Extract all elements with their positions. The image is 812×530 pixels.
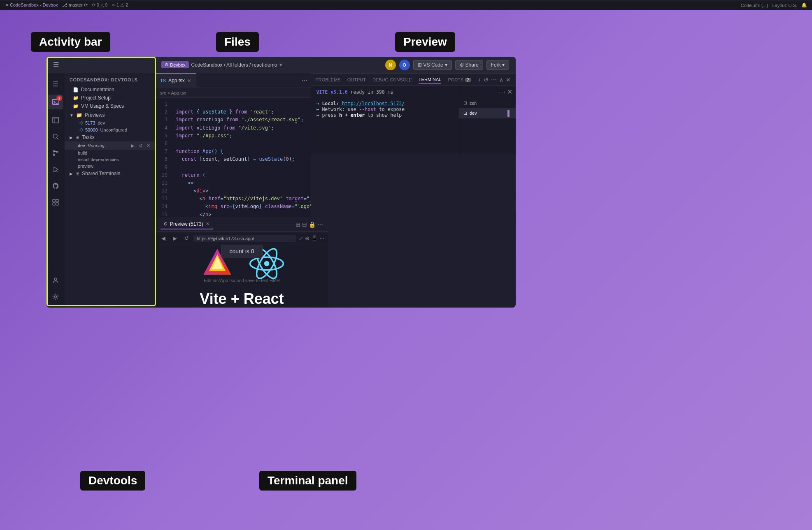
activity-bar: ☰ 2 xyxy=(47,73,65,308)
editor-more-icon[interactable]: ⋯ xyxy=(302,77,311,84)
preview-toolbar-right: ⤢ ⊕ 📱 ⋯ xyxy=(299,235,325,241)
preview-more2-icon[interactable]: ⋯ xyxy=(319,235,325,241)
terminal-tab-ports[interactable]: PORTS 2 xyxy=(448,76,471,84)
sidebar-task-build[interactable]: build xyxy=(65,150,155,156)
close-tab-icon[interactable]: ✕ xyxy=(187,78,191,83)
sidebar-tasks-group[interactable]: ▶ ⊞ Tasks xyxy=(65,133,155,141)
sidebar-item-vm-usage[interactable]: 📁 VM Usage & Specs xyxy=(65,102,155,110)
sidebar-item-documentation[interactable]: 📄 Documentation xyxy=(65,86,155,94)
activity-devtools-icon[interactable]: 2 xyxy=(48,95,63,109)
statusbar-codesandbox[interactable]: ✕ CodeSandbox - Devbox xyxy=(5,2,58,8)
terminal-restart-icon[interactable]: ↺ xyxy=(484,76,489,83)
terminal-tab-terminal[interactable]: TERMINAL xyxy=(419,75,442,84)
svg-point-8 xyxy=(53,154,55,156)
terminal-body: VITE v5.1.6 ready in 390 ms → Local: htt… xyxy=(311,86,516,154)
preview-close-icon[interactable]: ✕ xyxy=(206,221,209,227)
preview-mobile-icon[interactable]: 📱 xyxy=(311,235,318,241)
activity-run-icon[interactable] xyxy=(48,162,63,177)
terminal-side-zsh[interactable]: ⊡ zsh xyxy=(459,98,516,108)
preview-url-bar[interactable]: https://9jyhwk-5173.csb.app/ xyxy=(193,235,296,242)
terminal-close-icon[interactable]: ✕ xyxy=(506,76,511,83)
task-dev-status: Running... xyxy=(88,143,108,148)
preview-toolbar: ◀ ▶ ↺ https://9jyhwk-5173.csb.app/ ⤢ ⊕ 📱… xyxy=(156,232,328,245)
terminal-side-more-icon[interactable]: ⋯ xyxy=(499,88,505,96)
sidebar-preview-5173[interactable]: ◇ 5173 dev xyxy=(65,119,155,126)
code-editor[interactable]: 12345 678910 1112131415 16171819 import … xyxy=(155,98,311,217)
titlebar-right: N O ⊞ VS Code ▾ ⊕ Share Fork ▾ xyxy=(385,60,509,70)
task-run-icon[interactable]: ▶ xyxy=(129,142,136,149)
statusbar-layout: Layout: U.S. xyxy=(772,3,797,8)
sidebar-header-label: CODESANDBOX: DEVTOOLS xyxy=(70,77,137,82)
devbox-icon: ⊙ xyxy=(165,62,168,67)
activity-extensions-icon[interactable] xyxy=(48,195,63,210)
activity-github-icon[interactable] xyxy=(48,178,63,193)
git-branch-icon: ⎇ xyxy=(62,2,67,7)
terminal-tab-output[interactable]: OUTPUT xyxy=(347,76,366,84)
main-content: TS App.tsx ✕ ⋯ src > App.tsx 12345 xyxy=(155,73,516,308)
sidebar-item-project-setup[interactable]: 📁 Project Setup xyxy=(65,94,155,102)
ide-body: ☰ 2 xyxy=(47,73,516,308)
preview-refresh-icon[interactable]: ↺ xyxy=(182,234,191,243)
activity-git-icon[interactable] xyxy=(48,146,63,160)
chevron-right-icon: ▶ xyxy=(70,135,73,140)
activity-search-icon[interactable] xyxy=(48,129,63,144)
ports-count: 2 xyxy=(465,78,471,82)
terminal-tab-debug[interactable]: DEBUG CONSOLE xyxy=(372,76,412,84)
sidebar-previews-group[interactable]: ▼ 📁 Previews xyxy=(65,111,155,119)
preview-split-icon[interactable]: ⊞ xyxy=(295,221,300,228)
preview-title: Vite + React xyxy=(200,290,284,308)
sidebar-task-preview[interactable]: preview xyxy=(65,163,155,169)
terminal-tab-problems[interactable]: PROBLEMS xyxy=(316,76,341,84)
activity-files-icon[interactable] xyxy=(48,113,63,127)
avatar-o: O xyxy=(399,60,410,70)
share-icon: ⊕ xyxy=(460,62,464,68)
share-button[interactable]: ⊕ Share xyxy=(455,60,483,70)
terminal-side-dev[interactable]: ⊡ dev ▌ xyxy=(459,108,516,118)
preview-external-icon[interactable]: ⤢ xyxy=(299,235,303,241)
preview-content: Vite + React count is 0 Edit src/App.tsx… xyxy=(156,245,328,308)
sidebar-shared-terminals-group[interactable]: ▶ ⊞ Shared Terminals xyxy=(65,169,155,178)
terminal-more-icon[interactable]: ⋯ xyxy=(491,76,497,83)
preview-lock-icon[interactable]: 🔒 xyxy=(309,221,316,228)
ide-window: ☰ ⊙ Devbox CodeSandbox / All folders / r… xyxy=(47,57,516,308)
editor-terminal-split: TS App.tsx ✕ ⋯ src > App.tsx 12345 xyxy=(155,73,311,217)
terminal-add-icon[interactable]: + xyxy=(478,76,481,83)
statusbar-branch: ⎇ master ⟳ xyxy=(62,2,88,8)
preview-share-icon[interactable]: ⊕ xyxy=(305,235,309,241)
editor-tab-app-tsx[interactable]: TS App.tsx ✕ xyxy=(155,73,196,88)
preview-layout-icon[interactable]: ⊟ xyxy=(302,221,307,228)
terminal-minimize-icon[interactable]: ∧ xyxy=(499,76,503,83)
preview-icon: ⊙ xyxy=(164,221,168,227)
terminal-controls: + ↺ ⋯ ∧ ✕ xyxy=(478,76,511,83)
vscode-button[interactable]: ⊞ VS Code ▾ xyxy=(413,60,452,70)
chevron-down-icon: ▼ xyxy=(70,113,74,118)
preview-tab[interactable]: ⊙ Preview (5173) ✕ xyxy=(161,220,213,229)
localhost-link[interactable]: http://localhost:5173/ xyxy=(342,101,405,106)
activity-menu-icon[interactable]: ☰ xyxy=(48,76,63,91)
sidebar-task-install[interactable]: install dependencies xyxy=(65,156,155,163)
svg-rect-11 xyxy=(53,199,55,202)
avatar-n: N xyxy=(385,60,396,70)
task-restart-icon[interactable]: ↺ xyxy=(137,142,144,149)
sidebar-toggle-icon[interactable]: ☰ xyxy=(53,61,59,69)
statusbar: ✕ CodeSandbox - Devbox ⎇ master ⟳ ⟳ 0 △ … xyxy=(0,0,812,10)
editor-tabs: TS App.tsx ✕ ⋯ xyxy=(155,73,311,88)
task-stop-icon[interactable]: ✕ xyxy=(145,142,151,149)
preview-forward-icon[interactable]: ▶ xyxy=(170,234,179,243)
statusbar-warnings: ✕ 1 ⚠ 2 xyxy=(112,2,128,8)
activity-account-icon[interactable] xyxy=(48,273,63,288)
activity-settings-icon[interactable] xyxy=(48,289,63,304)
sidebar-task-dev[interactable]: dev Running... ▶ ↺ ✕ xyxy=(65,141,155,150)
preview-panel: ⊙ Preview (5173) ✕ ⊞ ⊟ 🔒 ⋯ ◀ ▶ xyxy=(155,217,328,308)
devbox-badge: ⊙ Devbox xyxy=(161,61,188,68)
diamond-icon: ◇ xyxy=(79,120,83,125)
fork-button[interactable]: Fork ▾ xyxy=(486,60,509,70)
preview-back-icon[interactable]: ◀ xyxy=(159,234,168,243)
preview-more-icon[interactable]: ⋯ xyxy=(317,221,323,228)
file-icon: TS xyxy=(160,78,166,83)
terminal-content[interactable]: VITE v5.1.6 ready in 390 ms → Local: htt… xyxy=(311,86,459,154)
terminal-side-close-icon[interactable]: ✕ xyxy=(507,88,512,96)
bell-icon: 🔔 xyxy=(801,2,807,8)
svg-line-6 xyxy=(57,138,58,139)
sidebar-preview-50000[interactable]: ◇ 50000 Unconfigured xyxy=(65,126,155,133)
